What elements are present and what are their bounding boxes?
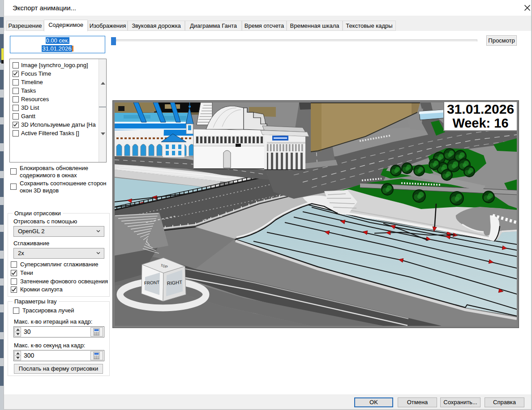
svg-text:FRONT: FRONT [144, 280, 160, 286]
